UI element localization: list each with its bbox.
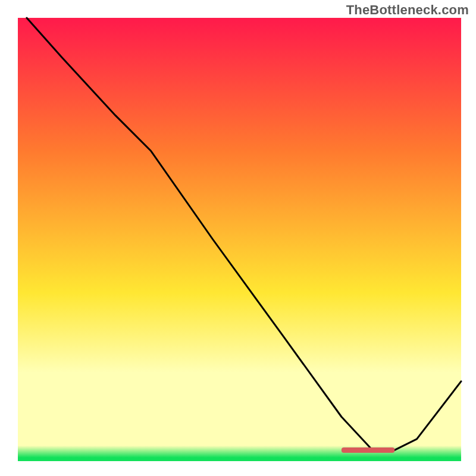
- bottleneck-chart: [0, 0, 476, 476]
- plot-background: [18, 18, 461, 461]
- chart-stage: TheBottleneck.com: [0, 0, 476, 476]
- optimal-range-marker: [342, 447, 394, 453]
